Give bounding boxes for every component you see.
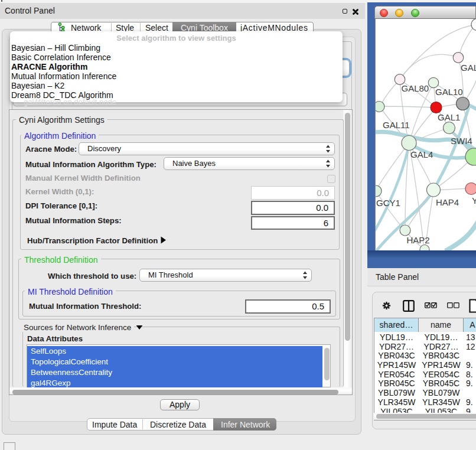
svg-text:SWI4: SWI4 bbox=[451, 136, 472, 146]
svg-text:GAL80: GAL80 bbox=[402, 83, 429, 93]
svg-text:YJ: YJ bbox=[472, 195, 476, 206]
svg-text:HAP4: HAP4 bbox=[436, 197, 459, 207]
svg-text:GAL10: GAL10 bbox=[435, 87, 463, 97]
svg-text:GAL7: GAL7 bbox=[461, 63, 476, 73]
svg-text:HAP2: HAP2 bbox=[407, 235, 430, 245]
svg-text:GAL4: GAL4 bbox=[410, 149, 433, 159]
svg-text:GAL11: GAL11 bbox=[383, 120, 410, 130]
svg-text:GAL1: GAL1 bbox=[438, 112, 460, 122]
svg-text:GCY1: GCY1 bbox=[376, 198, 400, 208]
